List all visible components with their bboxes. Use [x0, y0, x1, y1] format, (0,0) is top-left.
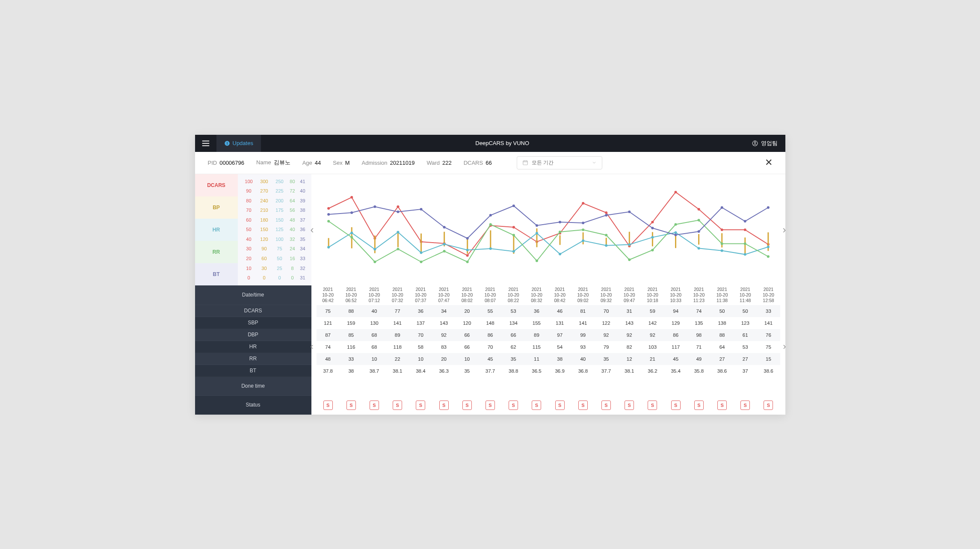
status-badge[interactable]: S: [740, 401, 750, 410]
table-cell: S: [409, 396, 432, 415]
scale-num-hr: 250: [272, 177, 287, 187]
table-cell: 92: [641, 329, 664, 341]
status-badge[interactable]: S: [323, 401, 333, 410]
table-cell: 36: [525, 305, 548, 317]
status-badge[interactable]: S: [555, 401, 565, 410]
svg-point-105: [651, 227, 654, 229]
status-badge[interactable]: S: [764, 401, 773, 410]
scale-num-bt: 40: [297, 186, 308, 196]
scale-num-hr: 150: [272, 215, 287, 225]
svg-point-86: [674, 223, 677, 226]
table-cell: S: [525, 396, 548, 415]
chart-prev-button[interactable]: ‹: [311, 224, 314, 236]
svg-point-68: [720, 249, 723, 252]
status-badge[interactable]: S: [486, 401, 495, 410]
grid-prev-button[interactable]: ‹: [311, 341, 314, 352]
table-cell: 202110-2012:58: [757, 285, 780, 305]
table-cell: 137: [409, 317, 432, 329]
table-cell: 202110-2010:18: [641, 285, 664, 305]
svg-point-96: [443, 226, 445, 229]
hamburger-icon: [201, 139, 210, 148]
status-badge[interactable]: S: [370, 401, 379, 410]
table-cell: 66: [502, 329, 525, 341]
user-name: 영업팀: [761, 139, 778, 147]
table-cell: 20: [456, 305, 479, 317]
status-badge[interactable]: S: [346, 401, 356, 410]
table-cell: 75: [757, 341, 780, 353]
status-badge[interactable]: S: [578, 401, 588, 410]
status-badge[interactable]: S: [509, 401, 518, 410]
user-badge[interactable]: 영업팀: [744, 139, 785, 147]
table-cell: 202110-2010:33: [664, 285, 687, 305]
chevron-down-icon: [592, 160, 597, 165]
table-cell: 64: [711, 341, 734, 353]
table-cell: [525, 377, 548, 396]
scale-num-dcars: 50: [241, 225, 257, 234]
close-button[interactable]: ✕: [765, 157, 773, 168]
scale-numbers: 1003002508041902702257240802402006439702…: [238, 174, 311, 285]
status-badge[interactable]: S: [393, 401, 402, 410]
table-cell: [711, 377, 734, 396]
grid-next-button[interactable]: ›: [783, 341, 786, 352]
svg-point-59: [512, 250, 515, 252]
svg-point-17: [466, 254, 468, 257]
scale-num-dcars: 100: [241, 177, 257, 187]
period-select[interactable]: 모든 기간: [517, 156, 602, 169]
svg-point-93: [373, 205, 376, 208]
table-cell: 37.7: [479, 365, 502, 377]
scale-num-bt: 33: [297, 254, 308, 264]
table-cell: S: [618, 396, 641, 415]
table-cell: [687, 377, 711, 396]
status-badge[interactable]: S: [648, 401, 657, 410]
scale-num-hr: 0: [272, 273, 287, 283]
row-header-datetime: Date/time: [195, 285, 311, 305]
scale-num-bt: 41: [297, 177, 308, 187]
updates-tab[interactable]: ! Updates: [216, 135, 261, 152]
status-badge[interactable]: S: [671, 401, 681, 410]
infobar: PID00006796 Name김뷰노 Age44 SexM Admission…: [195, 152, 785, 174]
table-cell: 202110-2006:42: [317, 285, 340, 305]
table-cell: [734, 377, 757, 396]
table-cell: 94: [664, 305, 687, 317]
table-cell: 21: [641, 353, 664, 365]
table-cell: 49: [687, 353, 711, 365]
table-cell: 68: [363, 329, 386, 341]
scale-num-bp: 150: [256, 225, 272, 234]
chart-next-button[interactable]: ›: [783, 224, 786, 236]
table-cell: 36: [409, 305, 432, 317]
status-badge[interactable]: S: [439, 401, 449, 410]
menu-button[interactable]: [195, 135, 216, 152]
svg-point-54: [397, 231, 399, 233]
status-badge[interactable]: S: [717, 401, 727, 410]
svg-point-99: [512, 205, 515, 207]
status-badge[interactable]: S: [694, 401, 704, 410]
svg-point-79: [512, 234, 515, 236]
table-cell: 38.7: [363, 365, 386, 377]
table-cell: 38.1: [618, 365, 641, 377]
table-cell: 79: [595, 341, 618, 353]
table-cell: 45: [479, 353, 502, 365]
table-cell: 92: [595, 329, 618, 341]
status-badge[interactable]: S: [532, 401, 541, 410]
dcars-field: DCARS66: [464, 160, 492, 166]
status-badge[interactable]: S: [462, 401, 472, 410]
status-badge[interactable]: S: [601, 401, 611, 410]
user-icon: [752, 140, 758, 147]
scale-num-bt: 35: [297, 234, 308, 244]
scale-num-bp: 30: [256, 263, 272, 273]
status-badge[interactable]: S: [625, 401, 634, 410]
table-cell: 50: [711, 305, 734, 317]
table-cell: 159: [340, 317, 363, 329]
scale-num-rr: 72: [287, 186, 297, 196]
table-cell: S: [595, 396, 618, 415]
svg-point-92: [350, 211, 353, 214]
table-cell: 33: [757, 305, 780, 317]
svg-point-11: [327, 207, 330, 210]
name-field: Name김뷰노: [256, 159, 290, 166]
scale-num-bp: 120: [256, 234, 272, 244]
table-cell: 89: [386, 329, 409, 341]
status-badge[interactable]: S: [416, 401, 425, 410]
svg-point-56: [443, 243, 445, 245]
svg-point-110: [767, 206, 769, 209]
vital-chart: [320, 178, 777, 281]
